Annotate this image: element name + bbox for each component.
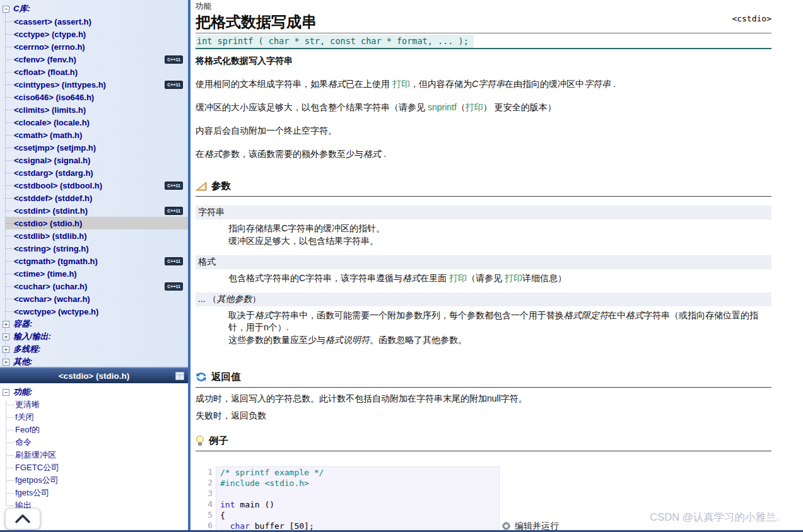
code-line: [220, 489, 495, 499]
cpp11-badge: C++11: [165, 282, 183, 291]
tree-root-functions[interactable]: 功能:: [1, 386, 188, 398]
sidebar-item[interactable]: <cctype> (ctype.h): [6, 28, 188, 40]
parameter-description-line: 取决于格式字符串中，函数可能需要一个附加参数序列，每个参数都包含一个用于替换格式…: [228, 309, 771, 332]
paragraph: 内容后会自动附加一个终止空字符。: [196, 124, 771, 137]
parameter-name: 字符串: [196, 205, 771, 219]
text-run: int: [220, 500, 235, 509]
sidebar-item[interactable]: <cstdbool> (stdbool.h)C++11: [6, 179, 188, 192]
sidebar-item[interactable]: <clocale> (locale.h): [6, 116, 188, 129]
description-paragraphs: 使用相同的文本组成字符串，如果格式已在上使用 打印，但内容存储为C字符串在由指向…: [196, 78, 771, 161]
functions-root-label: 功能:: [13, 386, 32, 398]
sidebar-item[interactable]: <cwctype> (wctype.h): [6, 305, 188, 318]
sidebar-function-item[interactable]: Feof的: [7, 424, 188, 436]
sidebar-function-item[interactable]: 更清晰: [7, 398, 188, 411]
text-run: 缓冲区的大小应该足够大，以包含整个结果字符串（请参见: [196, 102, 428, 112]
inline-link[interactable]: 打印: [466, 102, 483, 112]
title-row: 把格式数据写成串 <cstdio>: [196, 12, 771, 33]
sidebar-group[interactable]: 容器:: [1, 318, 188, 330]
code-line-number: 1: [199, 466, 213, 477]
lightbulb-icon: [196, 435, 204, 446]
sidebar-function-item[interactable]: fgetpos公司: [7, 474, 188, 487]
sidebar-function-label: fgets公司: [15, 487, 49, 499]
sidebar-item[interactable]: <csetjmp> (setjmp.h): [6, 141, 188, 154]
inline-link[interactable]: 打印: [449, 273, 467, 283]
sidebar-function-item[interactable]: f关闭: [7, 411, 188, 424]
sidebar-item[interactable]: <cfenv> (fenv.h)C++11: [6, 53, 188, 66]
text-run: main (): [235, 500, 274, 509]
sidebar-function-item[interactable]: 命令: [7, 436, 188, 449]
text-run: .: [381, 149, 386, 159]
text-run: /* sprintf example */: [220, 468, 324, 477]
return-value-text: 成功时，返回写入的字符总数。此计数不包括自动附加在字符串末尾的附加null字符。…: [196, 393, 771, 422]
sidebar-item[interactable]: <cstring> (string.h): [6, 242, 188, 255]
sidebar-item[interactable]: <cfloat> (float.h): [6, 66, 188, 78]
scroll-top-button[interactable]: [5, 508, 40, 529]
sidebar-item-label: <cinttypes> (inttypes.h): [14, 80, 106, 90]
summary-line: 将格式化数据写入字符串: [196, 55, 771, 67]
sidebar-item[interactable]: <climits> (limits.h): [6, 103, 188, 116]
text-run: 指向存储结果C字符串的缓冲区的指针。: [228, 223, 385, 233]
code-line-number: 6: [199, 520, 213, 531]
sidebar-item-label: <cstdio> (stdio.h): [14, 219, 82, 228]
sidebar-item[interactable]: <ciso646> (iso646.h): [6, 91, 188, 103]
plus-box-icon[interactable]: [3, 346, 9, 353]
parameters-list: 字符串指向存储结果C字符串的缓冲区的指针。缓冲区应足够大，以包含结果字符串。格式…: [196, 205, 771, 345]
sidebar-function-item[interactable]: fgets公司: [7, 487, 188, 499]
sidebar-group[interactable]: 其他:: [1, 356, 188, 367]
sidebar-function-label: 更清晰: [15, 399, 40, 410]
tree-root-c-library[interactable]: C库:: [1, 3, 188, 15]
parameters-heading: 参数: [196, 180, 771, 197]
inline-link[interactable]: 打印: [505, 273, 522, 283]
sidebar-item[interactable]: <cinttypes> (inttypes.h)C++11: [6, 78, 188, 91]
cpp11-badge: C++11: [165, 182, 183, 190]
text-run: 包含格式字符串的C字符串，该字符串遵循与: [228, 273, 402, 283]
app-window: C库: <cassert> (assert.h)<cctype> (ctype.…: [0, 0, 803, 532]
sidebar-group[interactable]: 多线程:: [1, 343, 188, 356]
paragraph: 缓冲区的大小应该足够大，以包含整个结果字符串（请参见 snprintf（打印） …: [196, 101, 771, 113]
sidebar-item[interactable]: <cerrno> (errno.h): [6, 40, 188, 53]
sidebar-item[interactable]: <cassert> (assert.h): [6, 15, 188, 28]
parameters-section: 参数 字符串指向存储结果C字符串的缓冲区的指针。缓冲区应足够大，以包含结果字符串…: [196, 180, 771, 345]
sidebar-item-label: <cwctype> (wctype.h): [14, 307, 98, 316]
sidebar-group[interactable]: 输入/输出:: [1, 330, 188, 343]
text-run: 。函数忽略了其他参数。: [370, 335, 467, 345]
sidebar-item[interactable]: <cstdio> (stdio.h): [6, 217, 188, 229]
parameter-name: ... （其他参数）: [196, 292, 771, 306]
report-icon[interactable]: [175, 372, 184, 380]
sidebar-item[interactable]: <csignal> (signal.h): [6, 154, 188, 166]
sidebar-function-label: f关闭: [15, 412, 34, 423]
text-run: ）: [252, 294, 261, 304]
sidebar-item-label: <clocale> (locale.h): [14, 118, 90, 127]
sidebar-item[interactable]: <ctgmath> (tgmath.h)C++11: [6, 255, 188, 267]
header-reference-link[interactable]: <cstdio>: [732, 14, 771, 23]
inline-link[interactable]: snprintf: [428, 102, 457, 112]
sidebar-item[interactable]: <cuchar> (uchar.h)C++11: [6, 280, 188, 292]
sidebar-group-label: 输入/输出:: [13, 331, 51, 342]
plus-box-icon[interactable]: [3, 359, 9, 366]
text-run: 详细信息）: [522, 273, 566, 283]
text-run: 格式: [204, 149, 222, 159]
sidebar-item[interactable]: <ctime> (time.h): [6, 267, 188, 280]
sidebar-item[interactable]: <cstddef> (stddef.h): [6, 192, 188, 204]
sidebar-function-item[interactable]: 刷新缓冲区: [7, 449, 188, 461]
sidebar-function-item[interactable]: FGETC公司: [7, 461, 188, 474]
sidebar-item[interactable]: <cmath> (math.h): [6, 129, 188, 141]
return-value-heading: 返回值: [196, 371, 771, 388]
inline-link[interactable]: 打印: [392, 79, 410, 89]
minus-box-icon[interactable]: [3, 389, 9, 396]
function-items: 更清晰f关闭Feof的命令刷新缓冲区FGETC公司fgetpos公司fgets公…: [7, 398, 188, 512]
plus-box-icon[interactable]: [3, 321, 9, 328]
sidebar-item[interactable]: <cstdarg> (stdarg.h): [6, 166, 188, 179]
code-line: {: [220, 510, 495, 521]
sidebar-item[interactable]: <cwchar> (wchar.h): [6, 292, 188, 305]
sidebar-function-label: Feof的: [15, 424, 40, 436]
parameter-description-line: 缓冲区应足够大，以包含结果字符串。: [228, 235, 771, 246]
sidebar-item-label: <csignal> (signal.h): [14, 156, 90, 165]
sidebar-item[interactable]: <cstdint> (stdint.h)C++11: [6, 204, 188, 217]
minus-box-icon[interactable]: [3, 6, 9, 13]
text-run: 格式: [198, 257, 216, 267]
text-run: 内容后会自动附加一个终止空字符。: [196, 125, 337, 136]
plus-box-icon[interactable]: [3, 333, 9, 340]
sidebar-item[interactable]: <cstdlib> (stdlib.h): [6, 229, 188, 242]
sidebar-group-label: 容器:: [13, 318, 32, 330]
